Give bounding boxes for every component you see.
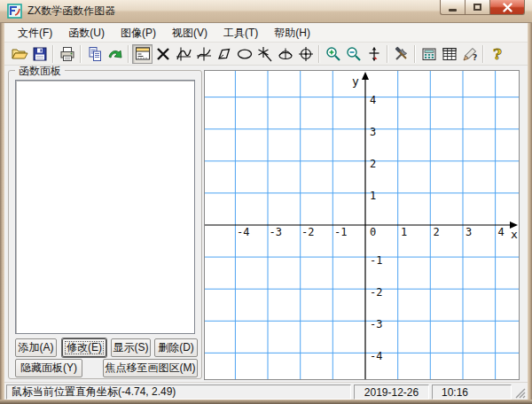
plot-ellipse-button[interactable] bbox=[234, 44, 254, 64]
svg-text:2: 2 bbox=[434, 226, 440, 238]
zoom-in-icon bbox=[325, 45, 342, 63]
minimize-button[interactable] bbox=[440, 0, 465, 15]
y-axis-arrow bbox=[362, 72, 369, 80]
svg-text:2: 2 bbox=[370, 158, 376, 170]
polygon-icon bbox=[215, 45, 233, 63]
delete-button[interactable]: 删除(D) bbox=[154, 338, 198, 357]
plot-function-button[interactable] bbox=[173, 44, 193, 64]
svg-text:3: 3 bbox=[466, 226, 472, 238]
svg-text:4: 4 bbox=[498, 226, 505, 238]
move-axes-button[interactable] bbox=[364, 44, 384, 64]
toolbar: ? ? bbox=[4, 43, 528, 66]
svg-text:4: 4 bbox=[370, 94, 376, 106]
y-axis-label: y bbox=[352, 74, 359, 88]
plot-polygon-button[interactable] bbox=[214, 44, 234, 64]
plot-solid-button[interactable] bbox=[275, 44, 295, 64]
zoom-out-icon bbox=[345, 45, 363, 63]
function-panel-icon bbox=[134, 45, 152, 63]
svg-text:-3: -3 bbox=[270, 226, 282, 238]
svg-text:?: ? bbox=[493, 45, 502, 63]
x-axis-label: x bbox=[511, 228, 518, 241]
ellipse-icon bbox=[236, 45, 254, 63]
function-panel-toggle-button[interactable] bbox=[132, 44, 153, 64]
plot-canvas[interactable]: -4 -3 -2 -1 0 1 2 3 4 4 3 2 1 -1 bbox=[204, 70, 520, 380]
status-date: 2019-12-26 bbox=[354, 385, 429, 400]
plot-point-star-button[interactable] bbox=[254, 44, 275, 64]
svg-text:1: 1 bbox=[401, 226, 407, 238]
target-icon bbox=[297, 45, 315, 63]
window-title: ZX数学函数作图器 bbox=[27, 4, 115, 19]
status-bar: 鼠标当前位置直角坐标(-4.74, 2.49) 2019-12-26 10:16 bbox=[4, 382, 528, 400]
edit-button[interactable]: 修改(E) bbox=[62, 338, 106, 357]
calculator-button[interactable] bbox=[419, 44, 439, 64]
app-icon bbox=[7, 4, 22, 19]
coordinate-grid: -4 -3 -2 -1 0 1 2 3 4 4 3 2 1 -1 bbox=[205, 71, 519, 379]
svg-text:-1: -1 bbox=[334, 226, 347, 238]
function-panel: 函数面板 添加(A) 修改(E) 显示(S) 删除(D) 隐藏面板(Y) 焦点移… bbox=[8, 70, 202, 379]
resize-grip[interactable] bbox=[513, 386, 526, 399]
menu-function[interactable]: 函数(U) bbox=[60, 23, 113, 43]
open-folder-icon bbox=[11, 45, 28, 63]
help-button[interactable]: ? bbox=[487, 44, 507, 64]
titlebar[interactable]: ZX数学函数作图器 bbox=[0, 0, 532, 23]
hammer-wrench-icon bbox=[393, 45, 411, 63]
menu-help[interactable]: 帮助(H) bbox=[266, 23, 318, 43]
svg-text:-2: -2 bbox=[301, 226, 314, 238]
function-curve-icon bbox=[175, 45, 192, 63]
printer-icon bbox=[59, 45, 76, 63]
close-button[interactable] bbox=[489, 0, 525, 15]
parametric-curve-icon bbox=[195, 45, 213, 63]
maximize-button[interactable] bbox=[465, 0, 489, 15]
show-button[interactable]: 显示(S) bbox=[111, 338, 151, 357]
focus-canvas-button[interactable]: 焦点移至画图区(M) bbox=[103, 359, 198, 377]
menu-view[interactable]: 视图(V) bbox=[164, 23, 215, 43]
print-button[interactable] bbox=[57, 44, 77, 64]
function-panel-title: 函数面板 bbox=[15, 64, 65, 79]
app-window: ZX数学函数作图器 文件(F) 函数(U) 图像(P) 视图(V) 工具(T) … bbox=[0, 0, 532, 404]
menu-graph[interactable]: 图像(P) bbox=[113, 23, 164, 43]
menu-file[interactable]: 文件(F) bbox=[10, 23, 60, 43]
menu-tools[interactable]: 工具(T) bbox=[215, 23, 266, 43]
add-button[interactable]: 添加(A) bbox=[15, 338, 57, 357]
svg-text:3: 3 bbox=[370, 126, 376, 138]
toolbar-separator bbox=[80, 45, 82, 63]
export-image-button[interactable] bbox=[105, 44, 125, 64]
plot-parametric-button[interactable] bbox=[193, 44, 214, 64]
solid-wireframe-icon bbox=[277, 45, 294, 63]
pen-whats-this-button[interactable]: ? bbox=[459, 44, 480, 64]
hide-panel-button[interactable]: 隐藏面板(Y) bbox=[15, 359, 82, 377]
svg-text:-2: -2 bbox=[370, 286, 382, 299]
status-time: 10:16 bbox=[432, 385, 512, 400]
green-arrow-icon bbox=[106, 45, 124, 63]
delete-plot-button[interactable] bbox=[153, 44, 173, 64]
function-listbox[interactable] bbox=[15, 80, 195, 334]
help-question-icon: ? bbox=[489, 45, 506, 63]
status-mouse-position: 鼠标当前位置直角坐标(-4.74, 2.49) bbox=[6, 385, 351, 400]
tools-options-button[interactable] bbox=[391, 44, 411, 64]
window-border-bottom bbox=[0, 400, 532, 404]
data-table-button[interactable] bbox=[439, 44, 459, 64]
star-lines-icon bbox=[256, 45, 274, 63]
pen-question-icon: ? bbox=[461, 45, 479, 63]
copy-button[interactable] bbox=[84, 44, 105, 64]
svg-text:1: 1 bbox=[370, 190, 376, 202]
close-icon bbox=[503, 3, 512, 12]
window-border-left bbox=[0, 0, 4, 404]
copy-icon bbox=[86, 45, 104, 63]
open-file-button[interactable] bbox=[9, 44, 29, 64]
minimize-icon bbox=[449, 9, 457, 12]
target-origin-button[interactable] bbox=[295, 44, 316, 64]
toolbar-separator bbox=[52, 45, 54, 63]
save-file-button[interactable] bbox=[29, 44, 50, 64]
toolbar-separator bbox=[318, 45, 320, 63]
client-area: 函数面板 添加(A) 修改(E) 显示(S) 删除(D) 隐藏面板(Y) 焦点移… bbox=[4, 66, 528, 382]
svg-text:?: ? bbox=[473, 53, 477, 62]
svg-text:-1: -1 bbox=[370, 254, 382, 267]
toolbar-separator bbox=[387, 45, 388, 63]
zoom-out-button[interactable] bbox=[343, 44, 364, 64]
delete-x-icon bbox=[154, 45, 172, 63]
window-border-right bbox=[528, 0, 532, 404]
toolbar-separator bbox=[128, 45, 129, 63]
zoom-in-button[interactable] bbox=[323, 44, 343, 64]
save-floppy-icon bbox=[31, 45, 49, 63]
